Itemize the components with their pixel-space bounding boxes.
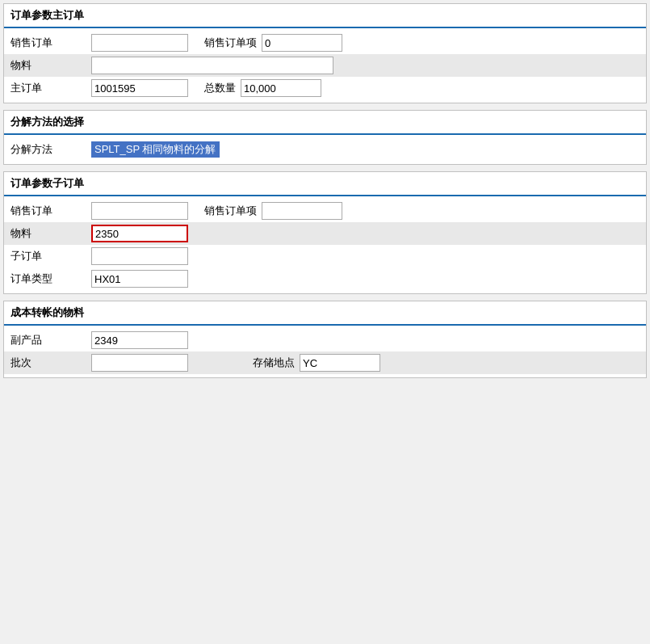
order-type-row: 订单类型 [4, 267, 646, 290]
sub-material-input[interactable] [91, 225, 188, 242]
batch-label: 批次 [10, 356, 91, 370]
main-order-num-input[interactable] [91, 79, 188, 97]
sales-order-row: 销售订单 销售订单项 [4, 32, 646, 54]
byproduct-label: 副产品 [10, 333, 91, 347]
total-qty-input[interactable] [241, 79, 321, 97]
storage-location-label: 存储地点 [253, 356, 295, 370]
cost-transfer-section: 成本转帐的物料 副产品 批次 存储地点 [3, 301, 647, 378]
sub-material-row: 物料 [4, 222, 646, 245]
main-order-title: 订单参数主订单 [10, 9, 84, 21]
sub-sales-order-row: 销售订单 销售订单项 [4, 200, 646, 222]
order-type-input[interactable] [91, 270, 188, 288]
sales-order-item-input[interactable] [262, 34, 342, 52]
material-row-main: 物料 [4, 54, 646, 77]
order-type-label: 订单类型 [10, 271, 91, 286]
cost-transfer-header: 成本转帐的物料 [4, 301, 646, 326]
byproduct-row: 副产品 [4, 329, 646, 351]
material-input-main[interactable] [91, 57, 333, 74]
main-order-section: 订单参数主订单 销售订单 销售订单项 物料 主订单 总数量 [3, 3, 647, 103]
decomp-method-label: 分解方法 [10, 142, 91, 157]
decomp-method-value: SPLT_SP 相同物料的分解 [91, 141, 220, 158]
cost-transfer-title: 成本转帐的物料 [10, 306, 84, 318]
sales-order-item-label: 销售订单项 [204, 36, 257, 50]
page-container: 订单参数主订单 销售订单 销售订单项 物料 主订单 总数量 [0, 0, 650, 388]
method-header: 分解方法的选择 [4, 111, 646, 135]
byproduct-input[interactable] [91, 331, 188, 349]
material-label-main: 物料 [10, 58, 91, 73]
sales-order-input[interactable] [91, 34, 188, 52]
main-order-row: 主订单 总数量 [4, 77, 646, 99]
method-title: 分解方法的选择 [10, 116, 84, 128]
cost-transfer-body: 副产品 批次 存储地点 [4, 326, 646, 377]
main-order-header: 订单参数主订单 [4, 4, 646, 28]
main-order-body: 销售订单 销售订单项 物料 主订单 总数量 [4, 28, 646, 103]
main-order-num-label: 主订单 [10, 81, 91, 95]
batch-input[interactable] [91, 354, 188, 372]
sub-order-header: 订单参数子订单 [4, 172, 646, 196]
decomp-method-row: 分解方法 SPLT_SP 相同物料的分解 [4, 138, 646, 161]
suborder-num-label: 子订单 [10, 249, 91, 263]
sub-sales-order-item-label: 销售订单项 [204, 204, 257, 218]
sales-order-label: 销售订单 [10, 36, 91, 50]
total-qty-label: 总数量 [204, 81, 236, 95]
method-body: 分解方法 SPLT_SP 相同物料的分解 [4, 135, 646, 164]
sub-material-label: 物料 [10, 226, 91, 241]
storage-location-input[interactable] [300, 354, 380, 372]
suborder-num-input[interactable] [91, 247, 188, 265]
sub-sales-order-label: 销售订单 [10, 204, 91, 218]
suborder-num-row: 子订单 [4, 245, 646, 267]
sub-order-section: 订单参数子订单 销售订单 销售订单项 物料 子订单 订单类型 [3, 171, 647, 294]
batch-row: 批次 存储地点 [4, 351, 646, 374]
sub-sales-order-item-input[interactable] [262, 202, 342, 220]
sub-order-body: 销售订单 销售订单项 物料 子订单 订单类型 [4, 196, 646, 293]
method-section: 分解方法的选择 分解方法 SPLT_SP 相同物料的分解 [3, 110, 647, 165]
sub-order-title: 订单参数子订单 [10, 177, 84, 189]
sub-sales-order-input[interactable] [91, 202, 188, 220]
